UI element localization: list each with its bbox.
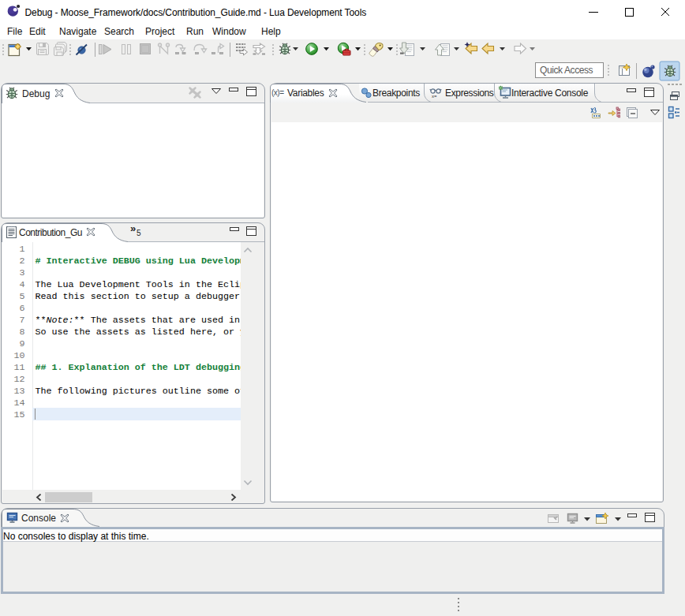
svg-text:x=: x= [432, 94, 437, 99]
